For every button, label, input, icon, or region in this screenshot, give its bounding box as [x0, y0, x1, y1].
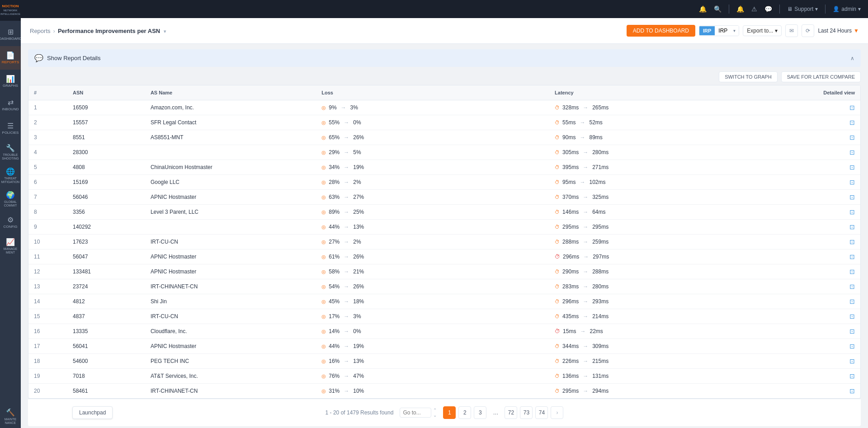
latency-icon: ⏱: [555, 239, 560, 245]
detail-view-icon[interactable]: ⊡: [849, 238, 855, 245]
detail-view-icon[interactable]: ⊡: [849, 134, 855, 141]
latency-to: 64ms: [592, 209, 605, 215]
cell-loss: ◎ 65% → 26%: [316, 130, 549, 145]
latency-to: 215ms: [592, 358, 609, 364]
topbar-divider: [729, 5, 729, 14]
time-filter[interactable]: Last 24 Hours ▼: [818, 28, 859, 34]
goto-input[interactable]: [400, 408, 431, 418]
cell-detail: ⊡: [783, 324, 860, 339]
chat-icon[interactable]: 💬: [764, 5, 772, 13]
detail-view-icon[interactable]: ⊡: [849, 357, 855, 365]
header-actions: ADD TO DASHBOARD IRP IRP Export to... ▾ …: [627, 24, 859, 37]
page-button-73[interactable]: 73: [520, 406, 533, 419]
page-button-74[interactable]: 74: [535, 406, 548, 419]
detail-view-icon[interactable]: ⊡: [849, 149, 855, 156]
support-menu[interactable]: 🖥 Support ▾: [787, 6, 818, 12]
cell-loss: ◎ 27% → 2%: [316, 235, 549, 249]
sidebar-item-reports[interactable]: 📄 REPORTS: [0, 46, 21, 70]
refresh-button[interactable]: ⟳: [802, 24, 814, 37]
alert-bell-icon[interactable]: 🔔: [736, 5, 744, 13]
admin-menu[interactable]: 👤 admin ▾: [833, 6, 861, 12]
detail-view-icon[interactable]: ⊡: [849, 119, 855, 126]
latency-from: 136ms: [562, 373, 579, 379]
detail-view-icon[interactable]: ⊡: [849, 328, 855, 335]
sidebar-item-management[interactable]: 📈 MANAGE MENT: [0, 234, 21, 258]
reports-icon: 📄: [6, 51, 15, 60]
sidebar-item-threat[interactable]: 🌐 THREAT MITIGATION: [0, 164, 21, 187]
page-button-72[interactable]: 72: [505, 406, 517, 419]
show-report-details-label: Show Report Details: [47, 55, 101, 61]
breadcrumb-current-page[interactable]: Performance Improvements per ASN ▾: [58, 28, 166, 34]
table-row: 14 4812 Shi Jin ◎ 45% → 18% ⏱ 296ms → 29…: [28, 294, 860, 309]
col-header-num: #: [28, 85, 67, 100]
detail-view-icon[interactable]: ⊡: [849, 208, 855, 216]
loss-arrow-icon: →: [344, 328, 349, 334]
breadcrumb-reports[interactable]: Reports: [30, 28, 51, 34]
latency-icon: ⏱: [555, 135, 560, 140]
email-button[interactable]: ✉: [785, 24, 798, 37]
latency-arrow-icon: →: [580, 119, 585, 126]
add-to-dashboard-button[interactable]: ADD TO DASHBOARD: [627, 25, 695, 37]
latency-from: 55ms: [562, 119, 576, 126]
next-page-button[interactable]: ›: [551, 406, 563, 419]
detail-view-icon[interactable]: ⊡: [849, 283, 855, 290]
detail-view-icon[interactable]: ⊡: [849, 193, 855, 201]
cell-loss: ◎ 14% → 0%: [316, 324, 549, 339]
search-icon[interactable]: 🔍: [714, 5, 722, 13]
page-button-3[interactable]: 3: [474, 406, 486, 419]
cell-asname: Amazon.com, Inc.: [145, 100, 316, 115]
detail-view-icon[interactable]: ⊡: [849, 179, 855, 186]
latency-from: 15ms: [563, 328, 576, 334]
detail-view-icon[interactable]: ⊡: [849, 268, 855, 275]
detail-view-icon[interactable]: ⊡: [849, 223, 855, 230]
loss-icon: ◎: [321, 224, 326, 230]
sidebar-item-config[interactable]: ⚙ CONFIG: [0, 211, 21, 234]
latency-arrow-icon: →: [583, 298, 588, 305]
save-for-later-compare-button[interactable]: SAVE FOR LATER COMPARE: [781, 71, 861, 82]
report-details-collapse-icon[interactable]: ∧: [850, 55, 854, 61]
detail-view-icon[interactable]: ⊡: [849, 343, 855, 350]
launchpad-button[interactable]: Launchpad: [72, 406, 113, 419]
sidebar-item-inbound[interactable]: ⇄ INBOUND: [0, 93, 21, 117]
page-button-1[interactable]: 1: [443, 406, 456, 419]
table-row: 6 15169 Google LLC ◎ 28% → 2% ⏱ 95ms → 1…: [28, 175, 860, 190]
sidebar-item-global[interactable]: 🌍 GLOBAL COMMIT: [0, 187, 21, 211]
warning-icon[interactable]: ⚠: [751, 5, 757, 13]
switch-to-graph-button[interactable]: SWITCH TO GRAPH: [719, 71, 778, 82]
sidebar-item-policies[interactable]: ☰ POLICIES: [0, 117, 21, 140]
cell-loss: ◎ 44% → 13%: [316, 220, 549, 235]
cell-loss: ◎ 89% → 25%: [316, 205, 549, 220]
detail-view-icon[interactable]: ⊡: [849, 313, 855, 320]
latency-from: 370ms: [562, 194, 579, 200]
detail-view-icon[interactable]: ⊡: [849, 387, 855, 395]
sidebar-item-dashboard[interactable]: ⊞ DASHBOARD: [0, 23, 21, 46]
cell-asn: 15557: [67, 115, 145, 130]
cell-num: 1: [28, 100, 67, 115]
sidebar-item-troubleshooting[interactable]: 🔧 TROUBLE SHOOTING: [0, 140, 21, 164]
detail-view-icon[interactable]: ⊡: [849, 298, 855, 305]
detail-view-icon[interactable]: ⊡: [849, 253, 855, 260]
sidebar-item-maintenance[interactable]: 🔨 MAINTE NANCE: [0, 404, 21, 428]
cell-latency: ⏱ 290ms → 288ms: [549, 264, 783, 279]
page-title-chevron-icon: ▾: [164, 29, 166, 34]
latency-to: 325ms: [592, 194, 609, 200]
cell-latency: ⏱ 146ms → 64ms: [549, 205, 783, 220]
table-row: 7 56046 APNIC Hostmaster ◎ 63% → 27% ⏱ 3…: [28, 190, 860, 205]
breadcrumb-separator: ›: [53, 28, 55, 34]
detail-view-icon[interactable]: ⊡: [849, 164, 855, 171]
sidebar-item-graphs[interactable]: 📊 GRAPHS: [0, 70, 21, 93]
loss-from: 44%: [329, 343, 340, 349]
detail-view-icon[interactable]: ⊡: [849, 104, 855, 111]
cell-asn: 54600: [67, 354, 145, 369]
loss-from: 63%: [329, 194, 340, 200]
cell-num: 13: [28, 279, 67, 294]
export-dropdown[interactable]: Export to... ▾: [743, 25, 782, 36]
latency-to: 280ms: [592, 283, 609, 290]
irp-dropdown[interactable]: IRP: [715, 26, 739, 36]
loss-arrow-icon: →: [344, 239, 349, 245]
detail-view-icon[interactable]: ⊡: [849, 372, 855, 380]
notification-bell-icon[interactable]: 🔔: [699, 5, 707, 13]
page-button-2[interactable]: 2: [458, 406, 471, 419]
loss-to: 3%: [350, 104, 358, 111]
latency-to: 280ms: [592, 149, 609, 155]
